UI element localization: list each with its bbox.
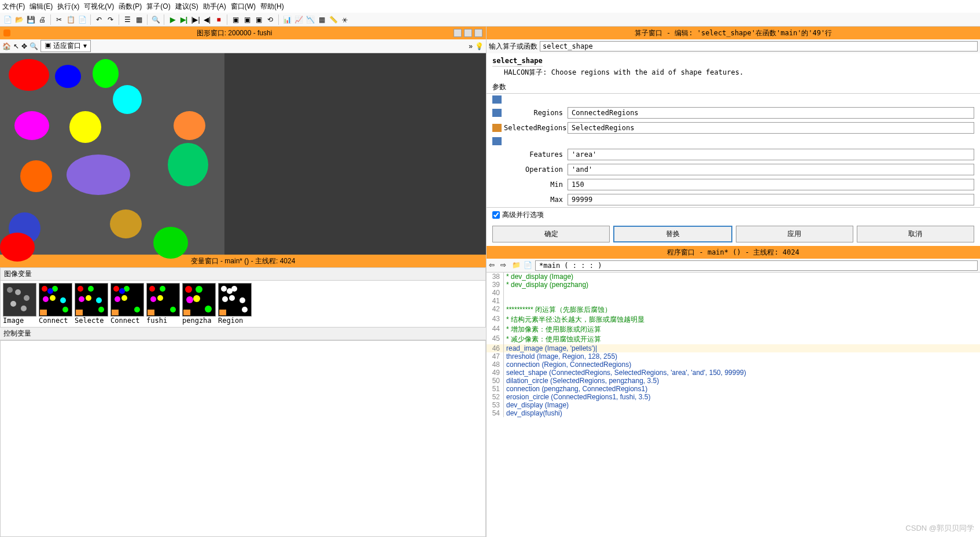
code-line[interactable]: 45* 减少像素：使用腐蚀或开运算 bbox=[487, 334, 980, 344]
save-icon[interactable]: 💾 bbox=[25, 14, 36, 25]
list-icon[interactable]: ☰ bbox=[122, 14, 132, 25]
table-icon[interactable]: ▦ bbox=[316, 14, 327, 25]
code-line[interactable]: 42********** 闭运算（先膨胀后腐蚀） bbox=[487, 305, 980, 315]
code-line[interactable]: 54dev_display(fushi) bbox=[487, 409, 980, 417]
cancel-button[interactable]: 取消 bbox=[857, 226, 974, 242]
code-line[interactable]: 43* 结构元素半径:边长越大，膨胀或腐蚀越明显 bbox=[487, 315, 980, 325]
code-line[interactable]: 39* dev_display (pengzhang) bbox=[487, 281, 980, 289]
code-line[interactable]: 49select_shape (ConnectedRegions, Select… bbox=[487, 369, 980, 377]
menu-exec[interactable]: 执行(x) bbox=[57, 2, 79, 12]
print-icon[interactable]: 🖨 bbox=[37, 14, 47, 25]
window1-icon[interactable]: ▣ bbox=[230, 14, 241, 25]
graphics-canvas[interactable] bbox=[0, 53, 224, 255]
param-operation-input[interactable] bbox=[568, 164, 974, 175]
minimize-button[interactable] bbox=[454, 29, 462, 37]
advanced-checkbox[interactable] bbox=[492, 211, 500, 219]
paste-icon[interactable]: 📄 bbox=[77, 14, 87, 25]
bulb-icon[interactable]: 💡 bbox=[475, 42, 484, 50]
menu-edit[interactable]: 编辑(E) bbox=[30, 2, 53, 12]
grid-icon[interactable]: ▦ bbox=[134, 14, 144, 25]
forward-icon[interactable]: ⇨ bbox=[500, 261, 510, 270]
copy-icon[interactable]: 📋 bbox=[65, 14, 76, 25]
replace-button[interactable]: 替换 bbox=[613, 226, 732, 242]
param-max-input[interactable] bbox=[568, 194, 974, 205]
thumb-region[interactable]: Region bbox=[218, 283, 252, 325]
window3-icon[interactable]: ▣ bbox=[253, 14, 264, 25]
home-icon[interactable]: 🏠 bbox=[2, 42, 11, 50]
window2-icon[interactable]: ▣ bbox=[242, 14, 252, 25]
code-line[interactable]: 52erosion_circle (ConnectedRegions1, fus… bbox=[487, 393, 980, 401]
pointer-icon[interactable]: ↖ bbox=[13, 42, 19, 50]
chart3-icon[interactable]: 📉 bbox=[305, 14, 315, 25]
find-icon[interactable]: 🔍 bbox=[150, 14, 161, 25]
operator-search-input[interactable] bbox=[540, 41, 978, 52]
param-regions-input[interactable] bbox=[568, 107, 974, 119]
close-button[interactable] bbox=[474, 29, 482, 37]
param-regions: Regions bbox=[487, 105, 980, 120]
code-line[interactable]: 51connection (pengzhang, ConnectedRegion… bbox=[487, 385, 980, 393]
open-icon[interactable]: 📂 bbox=[14, 14, 24, 25]
cut-icon[interactable]: ✂ bbox=[54, 14, 64, 25]
code-line[interactable]: 38* dev_display (Image) bbox=[487, 273, 980, 281]
back-icon[interactable]: ⇦ bbox=[489, 261, 498, 270]
zoom-icon[interactable]: 🔍 bbox=[30, 42, 38, 50]
param-selected-input[interactable] bbox=[568, 122, 974, 134]
code-editor[interactable]: 38* dev_display (Image)39* dev_display (… bbox=[487, 273, 980, 537]
menu-help[interactable]: 帮助(H) bbox=[260, 2, 284, 12]
stop-icon[interactable]: ■ bbox=[213, 14, 224, 25]
thumbnail-row: Image Connect Selecte Connect fushi bbox=[1, 281, 485, 327]
undo-icon[interactable]: ↶ bbox=[94, 14, 104, 25]
doc-icon[interactable]: 📄 bbox=[524, 261, 533, 270]
tool-icon[interactable]: ⚹ bbox=[340, 14, 350, 25]
menu-assist[interactable]: 助手(A) bbox=[203, 2, 226, 12]
thumb-pengzha[interactable]: pengzha bbox=[182, 283, 216, 325]
params-header: 参数 bbox=[487, 81, 980, 94]
advanced-options[interactable]: 高级并行选项 bbox=[487, 207, 980, 222]
maximize-button[interactable] bbox=[464, 29, 472, 37]
step-in-icon[interactable]: ◀| bbox=[202, 14, 212, 25]
procedure-name[interactable]: *main ( : : : ) bbox=[535, 260, 978, 271]
code-line[interactable]: 48connection (Region, ConnectedRegions) bbox=[487, 361, 980, 369]
param-selected: SelectedRegions bbox=[487, 120, 980, 135]
more-button[interactable]: » bbox=[469, 42, 473, 50]
menu-operator[interactable]: 算子(O) bbox=[146, 2, 170, 12]
apply-button[interactable]: 应用 bbox=[736, 226, 853, 242]
operator-window-title: 算子窗口 - 编辑: 'select_shape'在函数'main'的'49'行 bbox=[490, 28, 977, 38]
thumb-selecte[interactable]: Selecte bbox=[75, 283, 108, 325]
code-line[interactable]: 50dilation_circle (SelectedRegions, peng… bbox=[487, 377, 980, 385]
fit-window-button[interactable]: ▣ 适应窗口 ▾ bbox=[40, 40, 91, 52]
redo-icon[interactable]: ↷ bbox=[105, 14, 116, 25]
chart1-icon[interactable]: 📊 bbox=[282, 14, 292, 25]
chart2-icon[interactable]: 📈 bbox=[293, 14, 304, 25]
ok-button[interactable]: 确定 bbox=[492, 226, 610, 242]
code-line[interactable]: 41 bbox=[487, 297, 980, 305]
thumb-image[interactable]: Image bbox=[3, 283, 36, 325]
code-line[interactable]: 53dev_display (Image) bbox=[487, 401, 980, 409]
param-features-input[interactable] bbox=[568, 149, 974, 160]
folder-icon[interactable]: 📁 bbox=[512, 261, 521, 270]
run-icon[interactable]: ▶ bbox=[167, 14, 178, 25]
code-line[interactable]: 47threshold (Image, Region, 128, 255) bbox=[487, 352, 980, 361]
code-line[interactable]: 46read_image (Image, 'pellets')| bbox=[487, 344, 980, 352]
menu-file[interactable]: 文件(F) bbox=[2, 2, 25, 12]
ruler-icon[interactable]: 📏 bbox=[328, 14, 338, 25]
param-min-input[interactable] bbox=[568, 179, 974, 190]
move-icon[interactable]: ✥ bbox=[21, 42, 27, 50]
operator-name: select_shape bbox=[492, 57, 543, 67]
code-line[interactable]: 40 bbox=[487, 289, 980, 297]
menu-visual[interactable]: 可视化(V) bbox=[84, 2, 114, 12]
thumb-fushi[interactable]: fushi bbox=[146, 283, 180, 325]
reset-icon[interactable]: ⟲ bbox=[265, 14, 275, 25]
step-icon[interactable]: ▶| bbox=[179, 14, 189, 25]
param-features: Features bbox=[487, 147, 980, 162]
param-min: Min bbox=[487, 177, 980, 192]
menu-window[interactable]: 窗口(W) bbox=[231, 2, 256, 12]
step-over-icon[interactable]: |▶| bbox=[190, 14, 201, 25]
thumb-connect2[interactable]: Connect bbox=[110, 283, 144, 325]
menu-suggest[interactable]: 建议(S) bbox=[175, 2, 198, 12]
thumb-connect[interactable]: Connect bbox=[39, 283, 72, 325]
new-icon[interactable]: 📄 bbox=[2, 14, 13, 25]
operator-buttons: 确定 替换 应用 取消 bbox=[487, 222, 980, 246]
code-line[interactable]: 44* 增加像素：使用膨胀或闭运算 bbox=[487, 325, 980, 334]
menu-func[interactable]: 函数(P) bbox=[119, 2, 142, 12]
